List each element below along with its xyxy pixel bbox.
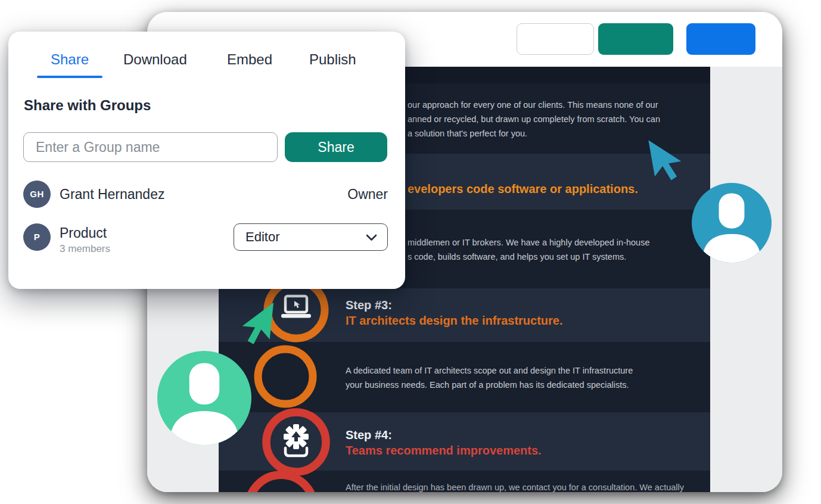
share-dialog-heading: Share with Groups bbox=[24, 97, 151, 114]
chain-tail-ring bbox=[248, 475, 314, 492]
person-icon bbox=[157, 351, 251, 445]
collaborator-avatar-green bbox=[157, 351, 251, 445]
share-dialog: Share Download Embed Publish Share with … bbox=[8, 32, 405, 289]
paragraph-line: middlemen or IT brokers. We have a highl… bbox=[408, 235, 650, 250]
paragraph-2: middlemen or IT brokers. We have a highl… bbox=[408, 235, 650, 264]
chevron-down-icon bbox=[366, 234, 377, 241]
share-button[interactable]: Share bbox=[285, 132, 387, 162]
step3-label: Step #3: bbox=[346, 297, 563, 313]
paragraph-3: A dedicated team of IT architects scope … bbox=[346, 363, 633, 392]
screenshot-stage: our approach for every one of our client… bbox=[0, 0, 821, 504]
tab-share[interactable]: Share bbox=[51, 51, 89, 68]
toolbar-teal-button[interactable] bbox=[598, 23, 673, 55]
tab-embed[interactable]: Embed bbox=[227, 51, 272, 68]
collaborator-cursor-green-icon bbox=[235, 298, 277, 353]
paragraph-1: our approach for every one of our client… bbox=[408, 98, 660, 141]
step3-heading: Step #3: IT architects design the infras… bbox=[346, 297, 563, 328]
tab-download[interactable]: Download bbox=[123, 51, 187, 68]
toolbar-blue-button[interactable] bbox=[686, 23, 755, 55]
group-name: Product bbox=[60, 225, 107, 241]
active-tab-underline bbox=[37, 76, 102, 78]
role-dropdown-value: Editor bbox=[245, 224, 279, 250]
tab-publish[interactable]: Publish bbox=[309, 51, 356, 68]
group-member-count: 3 members bbox=[60, 243, 110, 255]
avatar-product: P bbox=[23, 223, 51, 251]
paragraph-line: anned or recycled, but drawn up complete… bbox=[408, 112, 660, 126]
member-row-product: P Product 3 members Editor bbox=[23, 223, 388, 251]
gear-update-icon bbox=[284, 424, 309, 456]
step2-title: evelopers code software or applications. bbox=[408, 181, 638, 197]
step4-heading: Step #4: Teams recommend improvements. bbox=[346, 427, 542, 458]
paragraph-line: a solution that's perfect for you. bbox=[408, 126, 660, 141]
paragraph-line: A dedicated team of IT architects scope … bbox=[346, 363, 633, 378]
chain-link-ring bbox=[258, 349, 313, 404]
step3-ring bbox=[268, 281, 325, 338]
paragraph-line: your business needs. Each part of a prob… bbox=[346, 378, 633, 392]
member-row-grant: GH Grant Hernandez Owner bbox=[23, 181, 388, 208]
collaborator-avatar-blue bbox=[692, 183, 772, 263]
step4-title: Teams recommend improvements. bbox=[346, 443, 542, 458]
member-name: Grant Hernandez bbox=[60, 181, 164, 208]
toolbar-white-button[interactable] bbox=[517, 23, 594, 55]
group-name-input[interactable] bbox=[23, 132, 278, 162]
paragraph-line: s code, builds software, and helps you s… bbox=[408, 250, 650, 264]
step3-title: IT architects design the infrastructure. bbox=[346, 313, 563, 328]
paragraph-4-clipped: After the initial design has been drawn … bbox=[346, 480, 684, 492]
avatar-grant: GH bbox=[23, 181, 51, 208]
laptop-icon bbox=[281, 296, 311, 318]
member-role-owner: Owner bbox=[347, 181, 388, 208]
person-icon bbox=[692, 183, 772, 263]
paragraph-line: our approach for every one of our client… bbox=[408, 98, 660, 112]
role-dropdown[interactable]: Editor bbox=[234, 223, 388, 251]
step4-label: Step #4: bbox=[346, 427, 542, 443]
